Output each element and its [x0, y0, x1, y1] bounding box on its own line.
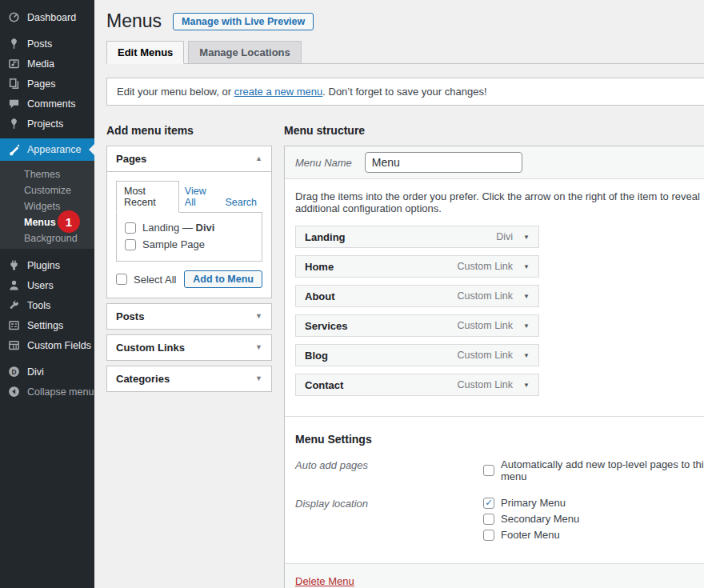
pushpin-icon [8, 38, 20, 50]
sidebar-item-settings[interactable]: Settings [0, 315, 94, 335]
page-item-label: Sample Page [142, 238, 205, 250]
sidebar-item-divi[interactable]: D Divi [0, 362, 94, 382]
auto-add-pages-row: Auto add pages Automatically add new top… [295, 458, 704, 486]
manage-live-preview-button[interactable]: Manage with Live Preview [173, 13, 314, 30]
footer-menu-label: Footer Menu [501, 529, 560, 541]
submenu-item-customize[interactable]: Customize [0, 182, 94, 198]
page-header: Menus Manage with Live Preview [106, 0, 704, 32]
subtab-view-all[interactable]: View All [179, 182, 220, 212]
subtab-search[interactable]: Search [219, 193, 262, 212]
menu-name-input[interactable] [365, 152, 522, 173]
pages-checklist: Landing — Divi Sample Page [116, 212, 262, 262]
sidebar-item-dashboard[interactable]: Dashboard [0, 7, 94, 27]
page-checkbox-row: Landing — Divi [123, 219, 255, 236]
menu-edit-footer: Delete Menu [285, 563, 704, 588]
menu-name-row: Menu Name [285, 146, 704, 179]
pages-panel: Pages ▲ Most Recent View All Search Land… [106, 146, 272, 298]
wrench-icon [8, 299, 20, 311]
sidebar-item-plugins[interactable]: Plugins [0, 255, 94, 275]
main-content: Menus Manage with Live Preview Edit Menu… [94, 0, 704, 588]
create-new-menu-link[interactable]: create a new menu [234, 86, 323, 98]
pages-panel-title: Pages [116, 153, 146, 165]
custom-links-panel-header[interactable]: Custom Links ▼ [107, 335, 271, 360]
delete-menu-link[interactable]: Delete Menu [295, 575, 354, 587]
auto-add-pages-checkbox[interactable] [483, 465, 494, 476]
submenu-item-background[interactable]: Background [0, 230, 94, 246]
chevron-down-icon[interactable]: ▼ [255, 375, 262, 382]
chevron-up-icon[interactable]: ▲ [255, 155, 262, 162]
media-icon [8, 58, 20, 70]
pushpin-icon [8, 118, 20, 130]
sidebar-item-media[interactable]: Media [0, 54, 94, 74]
chevron-down-icon[interactable]: ▼ [523, 234, 530, 241]
sidebar-item-tools[interactable]: Tools [0, 295, 94, 315]
svg-text:D: D [12, 369, 17, 376]
user-icon [8, 279, 20, 291]
plugin-icon [8, 259, 20, 271]
auto-add-pages-label: Auto add pages [295, 458, 483, 486]
sidebar-item-users[interactable]: Users [0, 275, 94, 295]
pages-panel-header[interactable]: Pages ▲ [107, 146, 271, 171]
annotation-badge-1: 1 [58, 210, 80, 233]
auto-add-pages-option-label: Automatically add new top-level pages to… [501, 458, 704, 482]
sidebar-item-projects[interactable]: Projects [0, 114, 94, 134]
add-to-menu-button[interactable]: Add to Menu [184, 270, 262, 288]
page-checkbox-row: Sample Page [123, 236, 255, 253]
categories-panel-title: Categories [116, 373, 170, 385]
submenu-item-themes[interactable]: Themes [0, 166, 94, 182]
chevron-down-icon[interactable]: ▼ [523, 263, 530, 270]
display-location-row: Display location Primary Menu Secondary … [295, 497, 704, 545]
collapse-arrow-icon [8, 386, 20, 398]
submenu-item-menus[interactable]: Menus [0, 214, 94, 230]
menu-structure-heading: Menu structure [284, 124, 704, 137]
chevron-down-icon[interactable]: ▼ [523, 352, 530, 359]
menu-item-home[interactable]: Home Custom Link ▼ [295, 255, 539, 278]
tab-edit-menus[interactable]: Edit Menus [106, 41, 184, 64]
menu-item-about[interactable]: About Custom Link ▼ [295, 285, 539, 307]
pages-panel-body: Most Recent View All Search Landing — Di… [107, 171, 271, 298]
pages-controls: Select All Add to Menu [116, 270, 262, 288]
primary-menu-checkbox[interactable] [483, 498, 494, 509]
sidebar-item-pages[interactable]: Pages [0, 74, 94, 94]
subtab-most-recent[interactable]: Most Recent [116, 181, 179, 213]
select-all-checkbox[interactable] [116, 274, 127, 285]
sidebar-item-custom-fields[interactable]: Custom Fields [0, 335, 94, 355]
menu-settings-section: Menu Settings Auto add pages Automatical… [285, 416, 704, 563]
sidebar-item-appearance[interactable]: Appearance [0, 138, 94, 161]
chevron-down-icon[interactable]: ▼ [523, 322, 530, 330]
notice-text-after: . Don’t forget to save your changes! [322, 86, 486, 98]
page-item-label: Landing — [142, 222, 196, 234]
posts-panel-header[interactable]: Posts ▼ [107, 304, 271, 329]
appearance-submenu: Themes Customize Widgets Menus Backgroun… [0, 161, 94, 249]
menu-item-services[interactable]: Services Custom Link ▼ [295, 314, 539, 337]
posts-panel-title: Posts [116, 310, 144, 322]
admin-sidebar: Dashboard Posts Media Pages Comments Pro… [0, 0, 94, 588]
sample-page-checkbox[interactable] [125, 239, 136, 250]
chevron-down-icon[interactable]: ▼ [255, 313, 262, 320]
nav-tabs: Edit Menus Manage Locations [106, 41, 704, 64]
menu-item-contact[interactable]: Contact Custom Link ▼ [295, 374, 539, 396]
chevron-down-icon[interactable]: ▼ [523, 293, 530, 300]
sidebar-item-collapse-menu[interactable]: Collapse menu [0, 382, 94, 402]
custom-links-panel-title: Custom Links [116, 342, 185, 354]
menu-item-landing[interactable]: Landing Divi ▼ [295, 226, 539, 248]
categories-panel-header[interactable]: Categories ▼ [107, 366, 271, 391]
footer-menu-checkbox[interactable] [483, 530, 494, 541]
menu-name-label: Menu Name [295, 157, 352, 169]
tab-manage-locations[interactable]: Manage Locations [188, 41, 301, 64]
notice-text-before: Edit your menu below, or [117, 86, 234, 98]
custom-links-panel: Custom Links ▼ [106, 334, 272, 361]
menu-item-blog[interactable]: Blog Custom Link ▼ [295, 344, 539, 366]
submenu-item-widgets[interactable]: Widgets [0, 198, 94, 214]
sidebar-item-posts[interactable]: Posts [0, 34, 94, 54]
divi-logo-icon: D [8, 366, 20, 378]
dashboard-icon [8, 11, 20, 23]
chevron-down-icon[interactable]: ▼ [523, 382, 530, 389]
sidebar-item-comments[interactable]: Comments [0, 94, 94, 114]
landing-page-checkbox[interactable] [125, 222, 136, 234]
secondary-menu-checkbox[interactable] [483, 514, 494, 525]
chevron-down-icon[interactable]: ▼ [255, 344, 262, 351]
page-title: Menus [106, 10, 162, 32]
add-menu-items-column: Add menu items Pages ▲ Most Recent View … [106, 118, 272, 588]
pages-icon [8, 78, 20, 90]
